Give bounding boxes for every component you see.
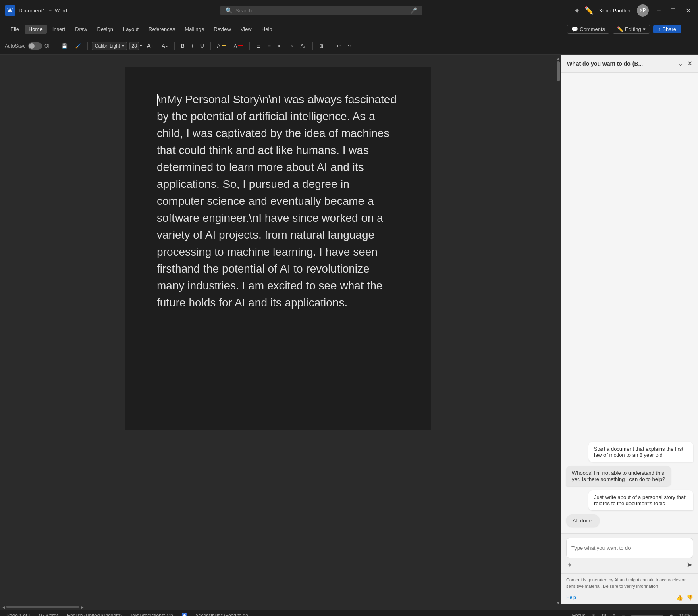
thumbs-down-icon[interactable]: 👎 [686,594,693,601]
feedback-icons: 👍 👎 [676,594,693,601]
avatar: XP [637,4,649,17]
view-icon-2[interactable]: ⊡ [602,613,606,616]
close-button[interactable]: ✕ [683,6,693,15]
chat-input[interactable] [571,545,677,551]
scroll-down-arrow[interactable]: ▼ [556,601,560,604]
mic-icon: 🎤 [410,7,417,14]
chat-input-area: ✦ ➤ [561,533,698,573]
pen-icon[interactable]: ✏️ [584,6,593,15]
expand-button[interactable]: ⋯ [683,42,693,50]
chat-input-footer: ✦ ➤ [566,558,693,569]
chevron-down-icon: ▾ [122,43,124,49]
scroll-thumb[interactable] [557,61,560,81]
font-size-display[interactable]: 28 ▾ [129,42,142,50]
chat-area[interactable]: Start a document that explains the first… [561,73,698,533]
bullets-button[interactable]: ☰ [254,42,263,50]
toggle-knob [29,43,35,49]
bold-button[interactable]: B [179,42,187,50]
doc-scroll-area[interactable]: \nMy Personal Story\n\nI was always fasc… [0,55,555,604]
menu-review[interactable]: Review [210,25,235,34]
scroll-left-arrow[interactable]: ◄ [2,605,5,608]
menu-references[interactable]: References [144,25,179,34]
menu-design[interactable]: Design [93,25,117,34]
chevron-down-icon: ▾ [643,26,646,32]
ai-sparkle-icon[interactable]: ✦ [567,561,572,569]
comments-button[interactable]: 💬 Comments [567,25,609,34]
h-scroll-thumb[interactable] [6,606,79,608]
maximize-button[interactable]: □ [669,6,677,15]
horizontal-scrollbar[interactable]: ◄ ► [0,604,698,610]
word-icon: W [5,5,15,16]
menu-home[interactable]: Home [25,25,47,34]
vertical-scrollbar[interactable]: ▲ ▼ [555,55,561,604]
numbering-button[interactable]: ≡ [266,42,273,50]
editing-button[interactable]: ✏️ Editing ▾ [613,25,650,34]
zoom-in-button[interactable]: + [670,613,673,616]
statusbar-right: Focus ⊞ ⊡ ≡ − + 100% [572,613,692,616]
chat-bubble-left-2: All done. [566,514,600,527]
table-button[interactable]: ⊞ [317,42,326,50]
font-color-button[interactable]: A [231,42,245,50]
chat-input-box[interactable] [566,538,693,558]
word-count: 97 words [39,613,59,616]
toolbar-separator-3 [174,42,174,50]
menu-layout[interactable]: Layout [119,25,143,34]
search-box[interactable]: 🔍 🎤 [220,6,422,15]
thumbs-up-icon[interactable]: 👍 [676,594,683,601]
menu-help[interactable]: Help [258,25,276,34]
view-icon-1[interactable]: ⊞ [592,613,596,616]
autosave-state: Off [44,43,51,49]
autosave-toggle[interactable] [28,42,42,50]
font-family-selector[interactable]: Calibri Light ▾ [92,42,127,50]
italic-button[interactable]: I [189,42,195,50]
view-icon-3[interactable]: ≡ [613,613,615,616]
search-icon: 🔍 [225,7,232,14]
disclaimer-footer: Help 👍 👎 [561,593,698,604]
redo-button[interactable]: ↪ [345,42,354,50]
undo-format-button[interactable]: 🖌️ [73,42,83,50]
menu-draw[interactable]: Draw [71,25,91,34]
more-icon[interactable]: … [684,25,692,33]
menu-insert[interactable]: Insert [48,25,70,34]
titlebar: W Document1 − Word 🔍 🎤 ♦ ✏️ Xeno Panther… [0,0,698,21]
titlebar-right: ♦ ✏️ Xeno Panther XP − □ ✕ [575,4,693,17]
scroll-up-arrow[interactable]: ▲ [556,56,560,60]
separator: − [48,8,52,14]
save-button[interactable]: 💾 [59,42,70,50]
increase-indent-button[interactable]: ⇥ [287,42,296,50]
chat-bubble-left-1: Whoops! I'm not able to understand this … [566,466,671,486]
doc-page[interactable]: \nMy Personal Story\n\nI was always fasc… [125,67,431,430]
menu-file[interactable]: File [6,25,23,34]
zoom-out-button[interactable]: − [622,613,625,616]
undo-button[interactable]: ↩ [334,42,343,50]
chevron-down-icon: ▾ [140,43,142,48]
app-name: Word [55,8,67,14]
send-button[interactable]: ➤ [686,560,692,569]
search-input[interactable] [235,8,388,14]
user-name: Xeno Panther [599,8,631,14]
increase-font-button[interactable]: A+ [145,42,157,50]
autosave: AutoSave Off [5,42,51,50]
decrease-font-button[interactable]: A- [159,42,170,50]
menu-view[interactable]: View [237,25,256,34]
side-panel: What do you want to do (B... ⌄ ✕ Start a… [561,55,698,604]
chat-text-3: Just write about of a personal story tha… [594,494,686,506]
styles-button[interactable]: Aᵥ [298,42,308,50]
scroll-right-arrow[interactable]: ► [81,605,84,608]
minimize-button[interactable]: − [654,6,663,15]
zoom-level[interactable]: 100% [679,613,692,616]
chat-text-2: Whoops! I'm not able to understand this … [572,470,665,482]
chat-bubble-right-1: Start a document that explains the first… [588,442,693,462]
collapse-icon[interactable]: ⌄ [678,60,683,67]
diamond-icon[interactable]: ♦ [575,6,579,15]
accessibility-status: Accessibility: Good to go [195,613,248,616]
decrease-indent-button[interactable]: ⇤ [276,42,285,50]
share-button[interactable]: ↑ Share [653,25,681,33]
side-panel-icons: ⌄ ✕ [678,60,692,67]
help-link[interactable]: Help [566,595,576,600]
highlight-button[interactable]: A [215,42,229,50]
focus-label[interactable]: Focus [572,613,586,616]
underline-button[interactable]: U [198,42,206,50]
close-panel-icon[interactable]: ✕ [687,60,692,67]
menu-mailings[interactable]: Mailings [181,25,208,34]
